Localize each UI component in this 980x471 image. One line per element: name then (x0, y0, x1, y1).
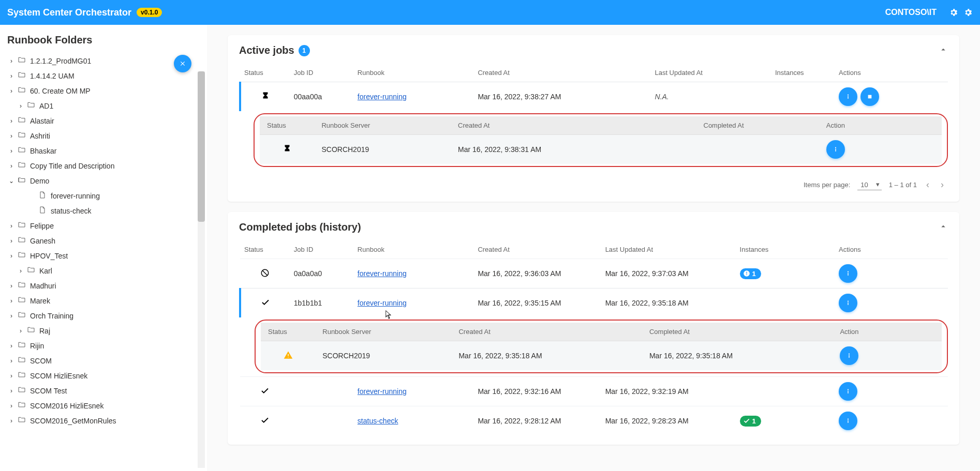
active-jobs-count-badge: 1 (299, 45, 310, 56)
gear-icon[interactable] (949, 8, 958, 17)
sidebar-item[interactable]: ›Alastair (5, 113, 202, 128)
chevron-right-icon[interactable]: › (7, 417, 16, 424)
sidebar-item[interactable]: ›Marek (5, 293, 202, 308)
info-button[interactable] (840, 346, 858, 365)
folder-icon (18, 356, 30, 366)
sidebar-item[interactable]: ⌄Demo (5, 173, 202, 188)
sidebar-item[interactable]: ›Rijin (5, 338, 202, 353)
chevron-right-icon[interactable]: › (7, 387, 16, 394)
sidebar-item[interactable]: ›Madhuri (5, 278, 202, 293)
chevron-right-icon[interactable]: › (17, 102, 25, 110)
chevron-right-icon[interactable]: › (7, 87, 16, 95)
chevron-right-icon[interactable]: › (7, 372, 16, 379)
sidebar-item[interactable]: ›Karl (5, 263, 202, 278)
pager-next-icon[interactable]: › (939, 177, 946, 192)
table-row[interactable]: 0a0a0a0 forever-running Mar 16, 2022, 9:… (240, 259, 948, 288)
sidebar-item[interactable]: ›Ashriti (5, 128, 202, 143)
sidebar-item-label: Bhaskar (30, 147, 56, 155)
folder-tree: ›1.2.1.2_ProdMG01›1.4.14.2 UAM›60. Creat… (0, 51, 207, 428)
runbook-link[interactable]: status-check (358, 417, 398, 425)
table-row[interactable]: SCORCH2019 Mar 16, 2022, 9:35:18 AM Mar … (261, 341, 942, 371)
sidebar-item[interactable]: ›60. Create OM MP (5, 83, 202, 98)
warning-icon (284, 351, 293, 360)
info-button[interactable] (839, 412, 857, 430)
sidebar-item-label: AD1 (39, 102, 53, 110)
sidebar-item[interactable]: ›Bhaskar (5, 143, 202, 158)
chevron-right-icon[interactable]: › (17, 327, 25, 335)
chevron-right-icon[interactable]: › (7, 312, 16, 320)
job-id-cell (290, 377, 353, 406)
info-button[interactable] (839, 87, 857, 106)
last-updated-cell: Mar 16, 2022, 9:35:18 AM (601, 288, 736, 318)
svg-rect-4 (835, 149, 836, 151)
sidebar-item[interactable]: status-check (5, 203, 202, 218)
completed-jobs-card: Completed jobs (history) StatusJob IDRun… (228, 212, 959, 445)
info-button[interactable] (839, 264, 857, 283)
chevron-right-icon[interactable]: › (7, 222, 16, 230)
folder-icon (18, 236, 30, 246)
sidebar-item[interactable]: ›SCOM2016 HizliEsnek (5, 398, 202, 413)
column-header: Created At (473, 64, 650, 82)
table-row[interactable]: 00aa00a forever-running Mar 16, 2022, 9:… (240, 82, 948, 112)
chevron-right-icon[interactable]: › (7, 132, 16, 140)
table-row[interactable]: status-check Mar 16, 2022, 9:28:12 AM Ma… (240, 406, 948, 436)
file-icon (38, 206, 51, 216)
chevron-right-icon[interactable]: › (7, 252, 16, 260)
chevron-right-icon[interactable]: › (7, 357, 16, 364)
table-row[interactable]: SCORCH2019 Mar 16, 2022, 9:38:31 AM (260, 135, 942, 164)
collapse-card-icon[interactable] (939, 222, 948, 233)
chevron-right-icon[interactable]: › (7, 162, 16, 170)
sidebar-item[interactable]: ›Copy Title and Description (5, 158, 202, 173)
info-button[interactable] (826, 140, 845, 159)
sidebar-item[interactable]: forever-running (5, 188, 202, 203)
chevron-right-icon[interactable]: › (7, 57, 16, 65)
chevron-right-icon[interactable]: › (7, 237, 16, 245)
collapse-card-icon[interactable] (939, 45, 948, 56)
sidebar-item[interactable]: ›Ganesh (5, 233, 202, 248)
chevron-right-icon[interactable]: › (7, 342, 16, 350)
sidebar-item[interactable]: ›1.2.1.2_ProdMG01 (5, 53, 202, 68)
completed-jobs-sub-table: StatusRunbook ServerCreated AtCompleted … (261, 323, 942, 370)
chevron-down-icon[interactable]: ⌄ (7, 177, 16, 185)
chevron-right-icon[interactable]: › (7, 282, 16, 290)
settings-icon[interactable] (963, 8, 973, 17)
svg-rect-2 (868, 95, 872, 99)
info-button[interactable] (839, 382, 857, 401)
collapse-sidebar-button[interactable] (174, 55, 191, 72)
sidebar-item[interactable]: ›SCOM HizliEsnek (5, 368, 202, 383)
runbook-link[interactable]: forever-running (358, 269, 407, 278)
chevron-right-icon[interactable]: › (7, 147, 16, 155)
chevron-right-icon[interactable]: › (7, 297, 16, 305)
info-button[interactable] (839, 294, 857, 312)
runbook-link[interactable]: forever-running (358, 387, 407, 396)
pager-per-page-select[interactable]: 10 (857, 180, 881, 190)
chevron-right-icon[interactable]: › (7, 72, 16, 80)
chevron-right-icon[interactable]: › (7, 117, 16, 125)
sidebar-item[interactable]: ›HPOV_Test (5, 248, 202, 263)
sidebar-item[interactable]: ›SCOM Test (5, 383, 202, 398)
sidebar-item[interactable]: ›Orch Training (5, 308, 202, 323)
pager-prev-icon[interactable]: ‹ (924, 177, 931, 192)
last-updated-cell: Mar 16, 2022, 9:32:19 AM (601, 377, 736, 406)
chevron-right-icon[interactable]: › (7, 402, 16, 409)
sidebar-item[interactable]: ›AD1 (5, 98, 202, 113)
completed-at-cell (696, 135, 819, 164)
sidebar-item-label: forever-running (51, 192, 100, 200)
instances-badge[interactable]: 1 (740, 416, 761, 427)
table-row[interactable]: 1b1b1b1 forever-running Mar 16, 2022, 9:… (240, 288, 948, 318)
active-jobs-sub-table: StatusRunbook ServerCreated AtCompleted … (260, 116, 942, 164)
instances-badge[interactable]: 1 (740, 268, 761, 279)
runbook-link[interactable]: forever-running (358, 299, 407, 307)
table-row[interactable]: forever-running Mar 16, 2022, 9:32:16 AM… (240, 377, 948, 406)
sidebar-scrollbar[interactable] (198, 71, 205, 468)
column-header: Action (819, 116, 942, 135)
svg-point-3 (835, 147, 836, 148)
chevron-right-icon[interactable]: › (17, 267, 25, 275)
sidebar-item[interactable]: ›Raj (5, 323, 202, 338)
stop-button[interactable] (860, 87, 879, 106)
sidebar-item[interactable]: ›1.4.14.2 UAM (5, 68, 202, 83)
runbook-link[interactable]: forever-running (358, 93, 407, 101)
sidebar-item[interactable]: ›Felippe (5, 218, 202, 233)
sidebar-item[interactable]: ›SCOM (5, 353, 202, 368)
sidebar-item[interactable]: ›SCOM2016_GetMonRules (5, 413, 202, 428)
